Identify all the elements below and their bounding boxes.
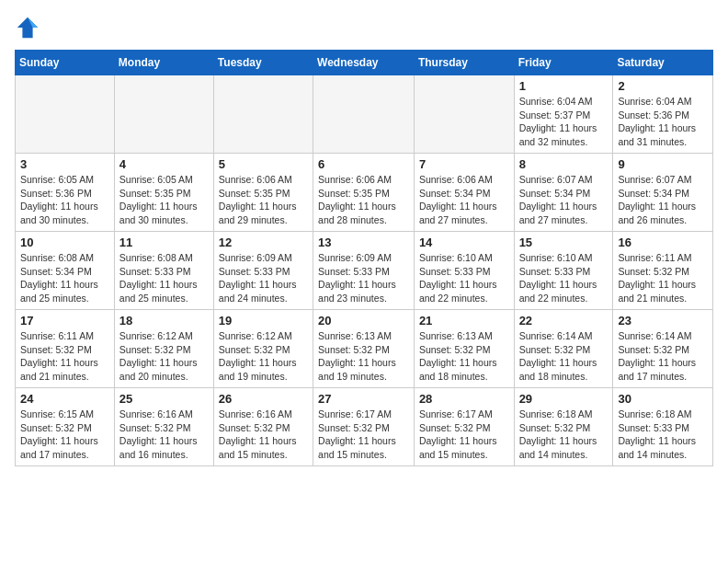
day-number-20: 20 xyxy=(318,314,409,327)
day-cell-8: 8Sunrise: 6:07 AM Sunset: 5:34 PM Daylig… xyxy=(514,154,613,232)
day-info-2: Sunrise: 6:04 AM Sunset: 5:36 PM Dayligh… xyxy=(618,95,708,149)
weekday-header-friday: Friday xyxy=(514,51,613,75)
day-cell-26: 26Sunrise: 6:16 AM Sunset: 5:32 PM Dayli… xyxy=(213,388,313,466)
day-number-15: 15 xyxy=(519,236,609,249)
day-cell-15: 15Sunrise: 6:10 AM Sunset: 5:33 PM Dayli… xyxy=(514,232,613,310)
weekday-header-row: SundayMondayTuesdayWednesdayThursdayFrid… xyxy=(16,51,713,75)
day-info-8: Sunrise: 6:07 AM Sunset: 5:34 PM Dayligh… xyxy=(519,173,609,227)
day-cell-30: 30Sunrise: 6:18 AM Sunset: 5:33 PM Dayli… xyxy=(613,388,713,466)
weekday-header-wednesday: Wednesday xyxy=(313,51,415,75)
day-cell-24: 24Sunrise: 6:15 AM Sunset: 5:32 PM Dayli… xyxy=(16,388,115,466)
day-cell-9: 9Sunrise: 6:07 AM Sunset: 5:34 PM Daylig… xyxy=(613,154,713,232)
day-info-16: Sunrise: 6:11 AM Sunset: 5:32 PM Dayligh… xyxy=(618,251,708,305)
day-cell-16: 16Sunrise: 6:11 AM Sunset: 5:32 PM Dayli… xyxy=(613,232,713,310)
day-info-4: Sunrise: 6:05 AM Sunset: 5:35 PM Dayligh… xyxy=(119,173,209,227)
day-cell-14: 14Sunrise: 6:10 AM Sunset: 5:33 PM Dayli… xyxy=(414,232,514,310)
day-info-6: Sunrise: 6:06 AM Sunset: 5:35 PM Dayligh… xyxy=(318,173,409,227)
day-info-28: Sunrise: 6:17 AM Sunset: 5:32 PM Dayligh… xyxy=(419,408,509,462)
logo-icon xyxy=(15,15,40,40)
day-number-11: 11 xyxy=(119,236,209,249)
day-info-7: Sunrise: 6:06 AM Sunset: 5:34 PM Dayligh… xyxy=(419,173,509,227)
day-info-17: Sunrise: 6:11 AM Sunset: 5:32 PM Dayligh… xyxy=(20,329,109,384)
day-info-12: Sunrise: 6:09 AM Sunset: 5:33 PM Dayligh… xyxy=(219,251,308,305)
day-cell-11: 11Sunrise: 6:08 AM Sunset: 5:33 PM Dayli… xyxy=(114,232,213,310)
day-number-25: 25 xyxy=(119,392,209,406)
day-info-22: Sunrise: 6:14 AM Sunset: 5:32 PM Dayligh… xyxy=(519,329,609,384)
week-row-3: 10Sunrise: 6:08 AM Sunset: 5:34 PM Dayli… xyxy=(16,232,713,310)
day-number-1: 1 xyxy=(519,79,609,93)
day-number-19: 19 xyxy=(219,314,308,327)
day-number-23: 23 xyxy=(618,314,708,327)
day-number-28: 28 xyxy=(419,392,509,406)
day-number-29: 29 xyxy=(519,392,609,406)
day-number-22: 22 xyxy=(519,314,609,327)
day-number-3: 3 xyxy=(20,157,109,171)
day-info-11: Sunrise: 6:08 AM Sunset: 5:33 PM Dayligh… xyxy=(119,251,209,305)
week-row-5: 24Sunrise: 6:15 AM Sunset: 5:32 PM Dayli… xyxy=(16,388,713,466)
weekday-header-monday: Monday xyxy=(114,51,213,75)
day-number-16: 16 xyxy=(618,236,708,249)
weekday-header-tuesday: Tuesday xyxy=(213,51,313,75)
day-info-14: Sunrise: 6:10 AM Sunset: 5:33 PM Dayligh… xyxy=(419,251,509,305)
week-row-2: 3Sunrise: 6:05 AM Sunset: 5:36 PM Daylig… xyxy=(16,154,713,232)
logo xyxy=(15,15,44,40)
day-number-18: 18 xyxy=(119,314,209,327)
day-info-18: Sunrise: 6:12 AM Sunset: 5:32 PM Dayligh… xyxy=(119,329,209,384)
day-cell-5: 5Sunrise: 6:06 AM Sunset: 5:35 PM Daylig… xyxy=(213,154,313,232)
day-info-29: Sunrise: 6:18 AM Sunset: 5:32 PM Dayligh… xyxy=(519,408,609,462)
day-number-2: 2 xyxy=(618,79,708,93)
day-number-26: 26 xyxy=(219,392,308,406)
day-cell-12: 12Sunrise: 6:09 AM Sunset: 5:33 PM Dayli… xyxy=(213,232,313,310)
empty-cell xyxy=(213,75,313,154)
weekday-header-saturday: Saturday xyxy=(613,51,713,75)
day-cell-19: 19Sunrise: 6:12 AM Sunset: 5:32 PM Dayli… xyxy=(213,310,313,388)
day-cell-27: 27Sunrise: 6:17 AM Sunset: 5:32 PM Dayli… xyxy=(313,388,415,466)
day-number-10: 10 xyxy=(20,236,109,249)
day-info-24: Sunrise: 6:15 AM Sunset: 5:32 PM Dayligh… xyxy=(20,408,109,462)
empty-cell xyxy=(414,75,514,154)
day-cell-29: 29Sunrise: 6:18 AM Sunset: 5:32 PM Dayli… xyxy=(514,388,613,466)
day-info-10: Sunrise: 6:08 AM Sunset: 5:34 PM Dayligh… xyxy=(20,251,109,305)
day-cell-6: 6Sunrise: 6:06 AM Sunset: 5:35 PM Daylig… xyxy=(313,154,415,232)
week-row-4: 17Sunrise: 6:11 AM Sunset: 5:32 PM Dayli… xyxy=(16,310,713,388)
empty-cell xyxy=(114,75,213,154)
day-number-6: 6 xyxy=(318,157,409,171)
header xyxy=(15,15,713,40)
empty-cell xyxy=(16,75,115,154)
weekday-header-sunday: Sunday xyxy=(16,51,115,75)
day-info-23: Sunrise: 6:14 AM Sunset: 5:32 PM Dayligh… xyxy=(618,329,708,384)
day-info-1: Sunrise: 6:04 AM Sunset: 5:37 PM Dayligh… xyxy=(519,95,609,149)
day-number-7: 7 xyxy=(419,157,509,171)
day-cell-13: 13Sunrise: 6:09 AM Sunset: 5:33 PM Dayli… xyxy=(313,232,415,310)
day-cell-4: 4Sunrise: 6:05 AM Sunset: 5:35 PM Daylig… xyxy=(114,154,213,232)
day-cell-20: 20Sunrise: 6:13 AM Sunset: 5:32 PM Dayli… xyxy=(313,310,415,388)
page: SundayMondayTuesdayWednesdayThursdayFrid… xyxy=(0,0,728,481)
day-number-27: 27 xyxy=(318,392,409,406)
empty-cell xyxy=(313,75,415,154)
day-number-4: 4 xyxy=(119,157,209,171)
day-info-5: Sunrise: 6:06 AM Sunset: 5:35 PM Dayligh… xyxy=(219,173,308,227)
day-info-26: Sunrise: 6:16 AM Sunset: 5:32 PM Dayligh… xyxy=(219,408,308,462)
day-number-24: 24 xyxy=(20,392,109,406)
day-cell-22: 22Sunrise: 6:14 AM Sunset: 5:32 PM Dayli… xyxy=(514,310,613,388)
day-number-13: 13 xyxy=(318,236,409,249)
day-number-21: 21 xyxy=(419,314,509,327)
day-number-30: 30 xyxy=(618,392,708,406)
day-info-3: Sunrise: 6:05 AM Sunset: 5:36 PM Dayligh… xyxy=(20,173,109,227)
day-number-5: 5 xyxy=(219,157,308,171)
day-cell-28: 28Sunrise: 6:17 AM Sunset: 5:32 PM Dayli… xyxy=(414,388,514,466)
day-info-19: Sunrise: 6:12 AM Sunset: 5:32 PM Dayligh… xyxy=(219,329,308,384)
day-cell-1: 1Sunrise: 6:04 AM Sunset: 5:37 PM Daylig… xyxy=(514,75,613,154)
day-info-30: Sunrise: 6:18 AM Sunset: 5:33 PM Dayligh… xyxy=(618,408,708,462)
day-info-21: Sunrise: 6:13 AM Sunset: 5:32 PM Dayligh… xyxy=(419,329,509,384)
day-number-8: 8 xyxy=(519,157,609,171)
day-cell-18: 18Sunrise: 6:12 AM Sunset: 5:32 PM Dayli… xyxy=(114,310,213,388)
weekday-header-thursday: Thursday xyxy=(414,51,514,75)
day-info-13: Sunrise: 6:09 AM Sunset: 5:33 PM Dayligh… xyxy=(318,251,409,305)
day-cell-17: 17Sunrise: 6:11 AM Sunset: 5:32 PM Dayli… xyxy=(16,310,115,388)
day-cell-23: 23Sunrise: 6:14 AM Sunset: 5:32 PM Dayli… xyxy=(613,310,713,388)
day-number-17: 17 xyxy=(20,314,109,327)
day-number-14: 14 xyxy=(419,236,509,249)
day-cell-21: 21Sunrise: 6:13 AM Sunset: 5:32 PM Dayli… xyxy=(414,310,514,388)
day-info-20: Sunrise: 6:13 AM Sunset: 5:32 PM Dayligh… xyxy=(318,329,409,384)
